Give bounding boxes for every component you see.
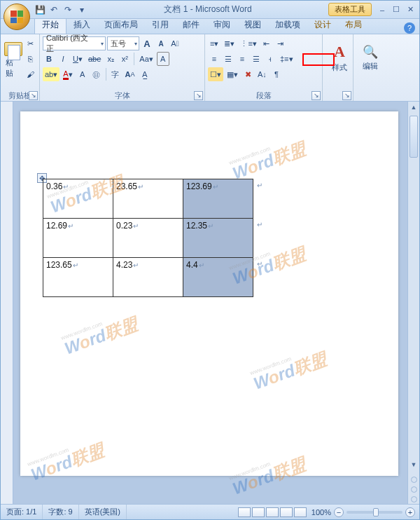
increase-indent-button[interactable]: ⇥ xyxy=(274,36,287,50)
copy-button[interactable]: ⎘ xyxy=(24,52,36,66)
sort-button[interactable]: ✖ xyxy=(241,67,254,81)
char-shading-button[interactable]: A xyxy=(76,67,89,81)
font-size-combo[interactable]: 五号 xyxy=(107,36,139,50)
align-center-button[interactable]: ☰ xyxy=(222,52,234,66)
tab-addins[interactable]: 加载项 xyxy=(268,17,307,34)
change-case-button[interactable]: Aa▾ xyxy=(137,52,155,66)
browse-object-icon[interactable] xyxy=(411,477,417,483)
align-right-button[interactable]: ≡ xyxy=(236,52,248,66)
borders-button[interactable]: ▦▾ xyxy=(225,67,240,81)
zoom-knob[interactable] xyxy=(373,508,379,516)
multilevel-button[interactable]: ⋮≡▾ xyxy=(238,36,258,50)
shading-button[interactable]: ☐▾ xyxy=(208,67,223,81)
table-cell[interactable]: 4.4 xyxy=(183,258,253,297)
tab-table-design[interactable]: 设计 xyxy=(307,17,338,34)
status-bar: 页面: 1/1 字数: 9 英语(美国) 100% − + xyxy=(1,504,419,519)
web-layout-view-icon[interactable] xyxy=(266,507,279,517)
tab-review[interactable]: 审阅 xyxy=(206,17,237,34)
print-layout-view-icon[interactable] xyxy=(238,507,251,517)
bullets-button[interactable]: ≡▾ xyxy=(208,36,220,50)
superscript-button[interactable]: x² xyxy=(118,52,131,66)
table-cell[interactable]: 4.23 xyxy=(113,258,183,297)
numbering-button[interactable]: ≣▾ xyxy=(222,36,237,50)
asian-layout-button[interactable]: AA xyxy=(123,67,137,81)
save-icon[interactable]: 💾 xyxy=(34,4,46,15)
page-viewport[interactable]: ✥ 0.36 23.65 123.69 12.69 0.23 12.35 123… xyxy=(13,102,407,504)
help-icon[interactable]: ? xyxy=(404,22,415,34)
decrease-indent-button[interactable]: ⇤ xyxy=(260,36,273,50)
tab-references[interactable]: 引用 xyxy=(145,17,176,34)
zoom-in-button[interactable]: + xyxy=(405,507,415,517)
strikethrough-button[interactable]: abe xyxy=(86,52,103,66)
grow-font-button[interactable]: A xyxy=(141,36,153,50)
subscript-button[interactable]: x₂ xyxy=(104,52,117,66)
shrink-font-button[interactable]: A xyxy=(155,36,167,50)
redo-icon[interactable]: ↷ xyxy=(62,4,74,15)
tab-table-layout[interactable]: 布局 xyxy=(338,17,369,34)
zoom-level[interactable]: 100% xyxy=(312,508,331,516)
editing-button[interactable]: 🔍 编辑 xyxy=(356,36,384,76)
prev-page-icon[interactable] xyxy=(411,486,417,493)
table-cell[interactable]: 123.69 xyxy=(183,179,253,219)
maximize-button[interactable]: ☐ xyxy=(390,5,402,15)
paragraph-launcher[interactable]: ↘ xyxy=(312,91,321,100)
distributed-button[interactable]: ⫞ xyxy=(264,52,276,66)
vertical-scrollbar[interactable]: ▲ ▼ xyxy=(407,102,419,504)
tab-page-layout[interactable]: 页面布局 xyxy=(97,17,145,34)
clipboard-launcher[interactable]: ↘ xyxy=(29,91,38,100)
underline-button[interactable]: U▾ xyxy=(71,52,85,66)
show-marks-button[interactable]: A↓ xyxy=(255,67,269,81)
font-name-combo[interactable]: Calibri (西文正 xyxy=(43,36,106,50)
styles-launcher[interactable]: ↘ xyxy=(342,91,351,100)
app-window: 💾 ↶ ↷ ▾ 文档 1 - Microsoft Word 表格工具 – ☐ ✕… xyxy=(0,0,420,520)
clear-formatting-button[interactable]: Aͯ xyxy=(169,36,181,50)
justify-button[interactable]: ☰ xyxy=(250,52,262,66)
bold-button[interactable]: B xyxy=(43,52,55,66)
table-cell[interactable]: 0.23 xyxy=(113,219,183,258)
tab-insert[interactable]: 插入 xyxy=(66,17,97,34)
undo-icon[interactable]: ↶ xyxy=(48,4,59,15)
draft-view-icon[interactable] xyxy=(294,507,307,517)
minimize-button[interactable]: – xyxy=(376,5,388,15)
tab-view[interactable]: 视图 xyxy=(237,17,268,34)
font-launcher[interactable]: ↘ xyxy=(194,91,203,100)
status-word-count[interactable]: 字数: 9 xyxy=(43,505,78,519)
line-spacing-button[interactable]: ‡≡▾ xyxy=(278,52,295,66)
scroll-thumb[interactable] xyxy=(410,116,418,158)
paste-button[interactable]: 粘贴 xyxy=(4,39,22,79)
close-button[interactable]: ✕ xyxy=(404,5,416,15)
table-cell[interactable]: 0.36 xyxy=(43,179,113,219)
highlight-button[interactable]: ab▾ xyxy=(43,67,59,81)
styles-button[interactable]: A 样式 xyxy=(326,36,354,76)
scroll-up-icon[interactable]: ▲ xyxy=(408,102,419,113)
scroll-down-icon[interactable]: ▼ xyxy=(408,459,419,470)
char-border-button[interactable]: A xyxy=(157,52,169,66)
enclose-chars-button[interactable]: ㊐ xyxy=(90,67,103,81)
phonetic-guide-button[interactable]: 字 xyxy=(109,67,122,81)
document-table[interactable]: 0.36 23.65 123.69 12.69 0.23 12.35 123.6… xyxy=(43,179,253,297)
qat-more-icon[interactable]: ▾ xyxy=(76,4,88,15)
format-painter-button[interactable]: 🖌 xyxy=(24,67,36,81)
font-color-button[interactable]: A▾ xyxy=(61,67,74,81)
para-marks-button[interactable]: ¶ xyxy=(270,67,283,81)
table-cell[interactable]: 12.69 xyxy=(43,219,113,258)
office-button[interactable] xyxy=(4,4,30,30)
cut-button[interactable]: ✂ xyxy=(24,36,36,50)
italic-button[interactable]: I xyxy=(57,52,69,66)
table-cell[interactable]: 12.35 xyxy=(183,219,253,258)
status-page[interactable]: 页面: 1/1 xyxy=(1,505,43,519)
table-cell[interactable]: 23.65 xyxy=(113,179,183,219)
outline-view-icon[interactable] xyxy=(280,507,293,517)
group-styles: A 样式 ↘ xyxy=(323,34,354,101)
zoom-slider[interactable] xyxy=(346,511,402,514)
zoom-out-button[interactable]: − xyxy=(334,507,344,517)
watermark: www.wordlm.comWord联盟 xyxy=(228,134,309,184)
combine-chars-button[interactable]: A̲ xyxy=(139,67,151,81)
table-cell[interactable]: 123.65 xyxy=(43,258,113,297)
align-left-button[interactable]: ≡ xyxy=(208,52,220,66)
next-page-icon[interactable] xyxy=(411,496,417,502)
vertical-ruler[interactable] xyxy=(1,102,13,504)
tab-mailings[interactable]: 邮件 xyxy=(176,17,206,34)
full-screen-view-icon[interactable] xyxy=(252,507,265,517)
status-language[interactable]: 英语(美国) xyxy=(79,505,127,519)
